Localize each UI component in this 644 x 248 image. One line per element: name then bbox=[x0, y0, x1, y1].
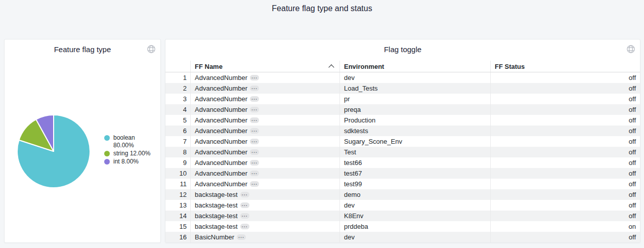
row-number-cell: 15 bbox=[165, 221, 190, 232]
globe-icon[interactable] bbox=[147, 45, 156, 54]
table-row: 15 backstage-test ... prddeba on bbox=[165, 221, 640, 232]
sort-ascending-icon bbox=[328, 64, 334, 70]
ff-name-text: AdvancedNumber bbox=[195, 148, 247, 156]
ff-name-text: AdvancedNumber bbox=[195, 74, 247, 81]
legend-item-string[interactable]: string 12.00% bbox=[104, 150, 150, 157]
row-number-cell: 10 bbox=[165, 168, 190, 179]
row-number-cell: 6 bbox=[165, 126, 190, 136]
ff-name-text: BasicNumber bbox=[195, 233, 234, 241]
row-number-cell: 16 bbox=[165, 232, 190, 242]
ff-status-cell: off bbox=[490, 104, 640, 115]
ff-name-text: AdvancedNumber bbox=[195, 180, 247, 188]
ellipsis-pill-icon[interactable]: ... bbox=[240, 224, 249, 229]
row-number-cell: 7 bbox=[165, 136, 190, 147]
ellipsis-pill-icon[interactable]: ... bbox=[250, 128, 259, 134]
ellipsis-pill-icon[interactable]: ... bbox=[250, 149, 259, 155]
ellipsis-pill-icon[interactable]: ... bbox=[250, 139, 259, 144]
table-panel-title[interactable]: Flag toggle bbox=[165, 45, 640, 54]
globe-icon[interactable] bbox=[626, 45, 635, 54]
ff-name-cell: AdvancedNumber ... bbox=[190, 157, 339, 168]
row-number-cell: 1 bbox=[165, 72, 190, 83]
ff-status-cell: off bbox=[490, 115, 640, 126]
table-row: 10 AdvancedNumber ... test67 off bbox=[165, 168, 640, 179]
row-number-header bbox=[165, 61, 190, 72]
ff-status-cell: off bbox=[490, 179, 640, 189]
ff-name-text: AdvancedNumber bbox=[195, 127, 247, 135]
ff-name-cell: AdvancedNumber ... bbox=[190, 136, 339, 147]
ellipsis-pill-icon[interactable]: ... bbox=[240, 192, 249, 197]
legend-label: boolean80.00% bbox=[113, 134, 135, 149]
ellipsis-pill-icon[interactable]: ... bbox=[250, 107, 259, 112]
pie-panel-title[interactable]: Feature flag type bbox=[5, 45, 160, 54]
ff-name-text: AdvancedNumber bbox=[195, 159, 247, 167]
table-row: 3 AdvancedNumber ... pr off bbox=[165, 94, 640, 104]
ff-status-cell: on bbox=[490, 221, 640, 232]
column-header-ff-name[interactable]: FF Name bbox=[190, 61, 339, 72]
table-row: 4 AdvancedNumber ... preqa off bbox=[165, 104, 640, 115]
panel-header: Flag toggle bbox=[165, 39, 640, 58]
ff-status-cell: off bbox=[490, 136, 640, 147]
ff-name-cell: backstage-test ... bbox=[190, 221, 339, 232]
environment-cell: preqa bbox=[339, 104, 490, 115]
ff-name-cell: AdvancedNumber ... bbox=[190, 72, 339, 83]
row-number-cell: 5 bbox=[165, 115, 190, 126]
panel-feature-flag-type: Feature flag type boolean80.00% string 1… bbox=[4, 39, 161, 243]
page-title: Feature flag type and status bbox=[0, 4, 644, 13]
environment-cell: sdktests bbox=[339, 126, 490, 136]
ff-name-cell: AdvancedNumber ... bbox=[190, 104, 339, 115]
ff-name-text: backstage-test bbox=[195, 191, 238, 198]
environment-cell: test99 bbox=[339, 179, 490, 189]
row-number-cell: 3 bbox=[165, 94, 190, 104]
flag-table: FF Name Environment FF Status 1 Advanced… bbox=[165, 61, 640, 242]
row-number-cell: 11 bbox=[165, 179, 190, 189]
ellipsis-pill-icon[interactable]: ... bbox=[250, 181, 259, 187]
pie-chart bbox=[13, 110, 95, 192]
ellipsis-pill-icon[interactable]: ... bbox=[250, 160, 259, 166]
table-row: 5 AdvancedNumber ... Production off bbox=[165, 115, 640, 126]
environment-cell: Test bbox=[339, 147, 490, 157]
ellipsis-pill-icon[interactable]: ... bbox=[250, 117, 259, 123]
legend-item-int[interactable]: int 8.00% bbox=[104, 158, 150, 166]
environment-cell: test66 bbox=[339, 157, 490, 168]
column-header-ff-status[interactable]: FF Status bbox=[490, 61, 640, 72]
legend-item-boolean[interactable]: boolean80.00% bbox=[104, 134, 150, 149]
ellipsis-pill-icon[interactable]: ... bbox=[250, 96, 259, 102]
ellipsis-pill-icon[interactable]: ... bbox=[240, 202, 249, 208]
environment-cell: dev bbox=[339, 200, 490, 211]
panel-header: Feature flag type bbox=[5, 39, 160, 58]
ff-name-cell: AdvancedNumber ... bbox=[190, 168, 339, 179]
ellipsis-pill-icon[interactable]: ... bbox=[250, 75, 259, 80]
legend-label: string 12.00% bbox=[113, 150, 150, 157]
ellipsis-pill-icon[interactable]: ... bbox=[237, 234, 246, 240]
panel-flag-toggle: Flag toggle FF Name Environment FF Statu… bbox=[165, 39, 640, 243]
table-header-row: FF Name Environment FF Status bbox=[165, 61, 640, 72]
ff-status-cell: off bbox=[490, 157, 640, 168]
ff-name-text: backstage-test bbox=[195, 212, 238, 220]
table-body: 1 AdvancedNumber ... dev off 2 AdvancedN… bbox=[165, 72, 640, 242]
ellipsis-pill-icon[interactable]: ... bbox=[250, 171, 259, 176]
ff-name-cell: AdvancedNumber ... bbox=[190, 83, 339, 94]
ff-name-cell: AdvancedNumber ... bbox=[190, 147, 339, 157]
environment-cell: Production bbox=[339, 115, 490, 126]
environment-cell: demo bbox=[339, 189, 490, 200]
table-row: 1 AdvancedNumber ... dev off bbox=[165, 72, 640, 83]
ff-name-cell: BasicNumber ... bbox=[190, 232, 339, 242]
ellipsis-pill-icon[interactable]: ... bbox=[240, 213, 249, 219]
ff-status-cell: off bbox=[490, 200, 640, 211]
ff-name-cell: AdvancedNumber ... bbox=[190, 94, 339, 104]
table-row: 6 AdvancedNumber ... sdktests off bbox=[165, 126, 640, 136]
row-number-cell: 13 bbox=[165, 200, 190, 211]
environment-cell: test67 bbox=[339, 168, 490, 179]
ff-name-text: AdvancedNumber bbox=[195, 138, 247, 145]
table-row: 9 AdvancedNumber ... test66 off bbox=[165, 157, 640, 168]
environment-cell: dev bbox=[339, 232, 490, 242]
legend-swatch bbox=[104, 159, 110, 164]
ff-name-text: AdvancedNumber bbox=[195, 116, 247, 124]
legend-swatch bbox=[104, 151, 110, 156]
ff-name-cell: backstage-test ... bbox=[190, 189, 339, 200]
column-header-environment[interactable]: Environment bbox=[339, 61, 490, 72]
environment-cell: pr bbox=[339, 94, 490, 104]
ff-status-cell: off bbox=[490, 168, 640, 179]
ff-status-cell: off bbox=[490, 189, 640, 200]
ellipsis-pill-icon[interactable]: ... bbox=[250, 86, 259, 91]
